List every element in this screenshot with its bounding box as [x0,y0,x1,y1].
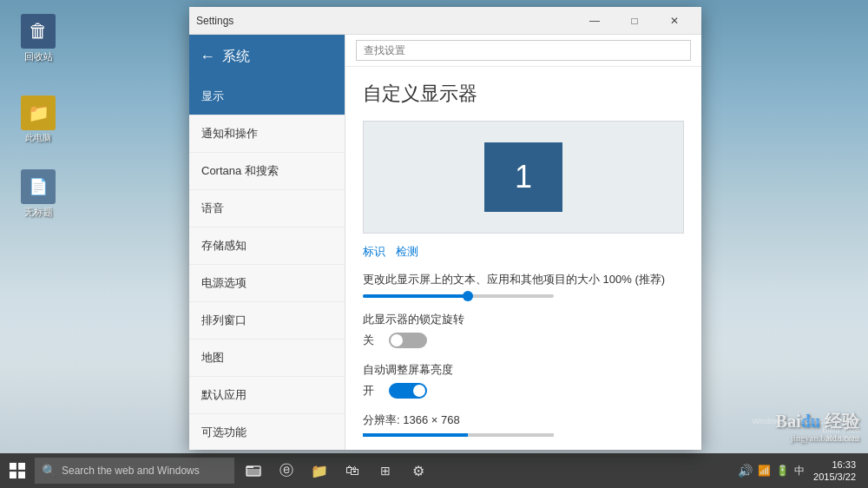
resolution-section: 分辨率: 1366 × 768 [363,412,684,437]
gear-icon: ⚙ [412,463,424,479]
brightness-section: 自动调整屏幕亮度 开 [363,362,684,399]
brightness-state: 开 [363,383,380,399]
display-preview: 1 [363,121,684,234]
build-line2: Build 9926 [753,425,859,434]
monitor-block: 1 [484,142,562,212]
store-taskbar[interactable]: 🛍 [337,453,368,488]
desktop-icon-folder[interactable]: 📁 此电脑 [12,96,64,144]
sidebar-item-maps[interactable]: 地图 [189,340,345,377]
window-body: ← 系统 显示 通知和操作 Cortana 和搜索 语音 存储感知 电源选项 排… [189,35,701,450]
svg-rect-2 [10,472,16,478]
taskbar-right: 🔊 📶 🔋 中 16:33 2015/3/22 [738,458,868,484]
clock-time: 16:33 [813,458,856,471]
taskview-taskbar[interactable]: ⊞ [370,453,401,488]
svg-rect-3 [18,472,25,478]
settings-sidebar: ← 系统 显示 通知和操作 Cortana 和搜索 语音 存储感知 电源选项 排… [189,35,345,450]
settings-search-input[interactable] [356,40,691,61]
window-title: Settings [196,15,575,27]
display-links: 标识 检测 [363,244,684,260]
sidebar-item-optional[interactable]: 可选功能 [189,414,345,450]
settings-search-bar [345,35,701,67]
clock-date: 2015/3/22 [813,471,856,483]
ie-icon: ⓔ [279,462,293,480]
resolution-slider-fill [363,433,468,437]
maximize-button[interactable]: □ [615,7,654,35]
page-title: 自定义显示器 [363,81,684,107]
sidebar-item-default-apps[interactable]: 默认应用 [189,377,345,414]
store-icon: 🛍 [345,463,359,478]
icon-label-recycle: 回收站 [12,50,64,63]
sidebar-nav: 显示 通知和操作 Cortana 和搜索 语音 存储感知 电源选项 排列窗口 地… [189,78,345,450]
identify-link[interactable]: 标识 [363,244,385,260]
build-info: Windows 10 Technical Preview Build 9926 … [753,417,859,443]
orientation-toggle[interactable] [389,333,427,348]
scale-slider-track[interactable] [363,294,554,298]
svg-rect-0 [10,463,16,470]
folder-icon: 📁 [21,96,56,130]
file-explorer-taskbar[interactable] [238,453,269,488]
brightness-toggle[interactable] [389,383,427,399]
taskbar-search-text: Search the web and Windows [62,465,200,477]
settings-content: 自定义显示器 1 标识 检测 更改此显示屏上的文本、应用和其他项目的大小 100… [345,67,701,450]
desktop-icon-untitled[interactable]: 📄 无标题 [12,169,64,219]
system-tray-icons: 🔊 📶 🔋 中 [738,464,805,478]
sidebar-item-display[interactable]: 显示 [189,78,345,115]
svg-rect-1 [18,463,25,470]
brightness-title: 自动调整屏幕亮度 [363,362,684,378]
desktop-icon-recycle[interactable]: 🗑 回收站 [12,14,64,63]
folder-icon-taskbar: 📁 [311,463,328,479]
resolution-label: 分辨率: 1366 × 768 [363,412,684,428]
sidebar-header: ← 系统 [189,35,345,78]
file-explorer-icon [246,463,261,478]
search-icon: 🔍 [42,464,56,478]
network-icon[interactable]: 📶 [758,465,771,477]
resolution-slider-track[interactable] [363,433,554,437]
orientation-toggle-knob [391,334,403,346]
taskbar-app-icons: ⓔ 📁 🛍 ⊞ ⚙ [238,453,434,488]
taskbar-clock[interactable]: 16:33 2015/3/22 [808,458,861,484]
taskview-icon: ⊞ [380,464,391,478]
ime-icon[interactable]: 中 [794,464,805,478]
sidebar-item-speech[interactable]: 语音 [189,190,345,228]
svg-rect-6 [247,469,260,476]
scale-section: 更改此显示屏上的文本、应用和其他项目的大小 100% (推荐) [363,272,684,298]
ie-taskbar[interactable]: ⓔ [271,453,302,488]
window-titlebar: Settings — □ ✕ [189,7,701,35]
taskbar: 🔍 Search the web and Windows ⓔ 📁 🛍 [0,453,868,488]
recycle-bin-icon: 🗑 [21,14,56,49]
brightness-toggle-knob [413,385,425,397]
taskbar-search-wrapper[interactable]: 🔍 Search the web and Windows [35,458,234,484]
sidebar-item-power[interactable]: 电源选项 [189,265,345,302]
speaker-icon[interactable]: 🔊 [738,464,753,478]
start-button[interactable] [0,453,35,488]
windows-logo-icon [10,463,25,478]
orientation-section: 此显示器的锁定旋转 关 [363,312,684,348]
battery-icon[interactable]: 🔋 [776,465,789,477]
icon-label-folder: 此电脑 [12,132,64,144]
settings-main: 自定义显示器 1 标识 检测 更改此显示屏上的文本、应用和其他项目的大小 100… [345,35,701,450]
build-line3: 2015/3/22 [753,434,859,443]
orientation-toggle-row: 关 [363,333,684,348]
icon-label-untitled: 无标题 [12,206,64,219]
sidebar-item-multitask[interactable]: 排列窗口 [189,302,345,340]
desktop: 🗑 回收站 📁 此电脑 📄 无标题 Settings — □ ✕ ← [0,0,868,488]
brightness-toggle-row: 开 [363,383,684,399]
sidebar-item-storage[interactable]: 存储感知 [189,228,345,265]
scale-description: 更改此显示屏上的文本、应用和其他项目的大小 100% (推荐) [363,272,684,287]
untitled-icon: 📄 [21,169,56,204]
window-controls: — □ ✕ [575,7,694,35]
scale-slider-fill [363,294,468,298]
detect-link[interactable]: 检测 [396,244,418,260]
settings-window: Settings — □ ✕ ← 系统 显示 通知和操作 Cortana 和搜索… [189,7,701,450]
orientation-title: 此显示器的锁定旋转 [363,312,684,327]
build-line1: Windows 10 Technical Preview [753,417,859,425]
close-button[interactable]: ✕ [654,7,694,35]
sidebar-item-notifications[interactable]: 通知和操作 [189,115,345,153]
settings-taskbar[interactable]: ⚙ [403,453,434,488]
sidebar-item-cortana[interactable]: Cortana 和搜索 [189,153,345,190]
sidebar-title: 系统 [222,48,250,66]
folder-taskbar[interactable]: 📁 [304,453,335,488]
back-button[interactable]: ← [200,48,215,66]
orientation-state: 关 [363,333,380,348]
minimize-button[interactable]: — [575,7,615,35]
